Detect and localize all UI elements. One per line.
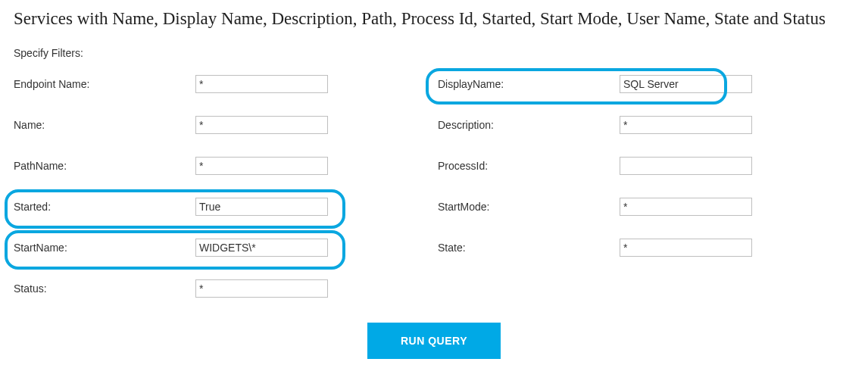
started-input[interactable] [195, 198, 328, 216]
status-input[interactable] [195, 279, 328, 298]
page-title: Services with Name, Display Name, Descri… [0, 0, 868, 29]
displayname-input[interactable] [620, 75, 752, 93]
state-label: State: [438, 242, 620, 254]
status-label: Status: [14, 282, 195, 295]
processid-input[interactable] [620, 157, 752, 175]
state-input[interactable] [620, 239, 752, 257]
run-query-button[interactable]: RUN QUERY [367, 323, 501, 359]
startmode-input[interactable] [620, 198, 752, 216]
processid-label: ProcessId: [438, 160, 620, 172]
name-label: Name: [14, 119, 195, 131]
startname-input[interactable] [195, 239, 328, 257]
description-input[interactable] [620, 116, 752, 134]
filters-form: Endpoint Name: Name: PathName: Started: … [0, 64, 868, 362]
filters-column-left: Endpoint Name: Name: PathName: Started: … [14, 64, 354, 309]
startname-label: StartName: [14, 242, 195, 254]
pathname-label: PathName: [14, 160, 195, 172]
specify-filters-label: Specify Filters: [0, 29, 868, 64]
started-label: Started: [14, 201, 195, 213]
endpoint-name-label: Endpoint Name: [14, 78, 195, 90]
pathname-input[interactable] [195, 157, 328, 175]
name-input[interactable] [195, 116, 328, 134]
displayname-label: DisplayName: [438, 78, 620, 90]
startmode-label: StartMode: [438, 201, 620, 213]
endpoint-name-input[interactable] [195, 75, 328, 93]
description-label: Description: [438, 119, 620, 131]
filters-column-right: DisplayName: Description: ProcessId: Sta… [438, 64, 779, 309]
